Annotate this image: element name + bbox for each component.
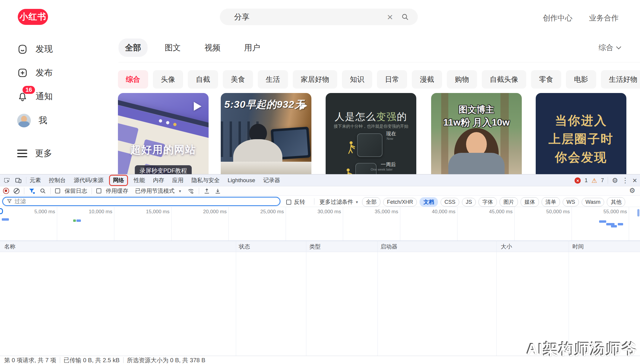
warning-icon[interactable]: ⚠ <box>591 177 597 184</box>
network-overview-timeline[interactable]: 5,000 ms 10,000 ms 15,000 ms 20,000 ms 2… <box>0 207 640 241</box>
column-header-time[interactable]: 时间 <box>572 241 584 252</box>
search-input[interactable] <box>220 12 387 22</box>
category-pill[interactable]: 漫截 <box>412 70 442 89</box>
category-pill[interactable]: 美食 <box>223 70 253 89</box>
invert-label: 反转 <box>294 198 305 206</box>
timeline-scrollbar-thumb[interactable] <box>637 209 639 217</box>
devtools-tab-sources[interactable]: 源代码/来源 <box>74 177 103 184</box>
invert-checkbox[interactable] <box>286 200 291 205</box>
sidebar-item-notifications[interactable]: 通知 <box>17 91 53 102</box>
import-har-icon[interactable] <box>204 188 210 194</box>
error-icon[interactable]: × <box>575 177 581 184</box>
export-har-icon[interactable] <box>215 188 221 194</box>
search-bar[interactable]: × <box>220 9 418 25</box>
note-card-upper-circle[interactable]: 当你进入 上层圈子时 你会发现 <box>536 93 626 174</box>
throttling-dropdown[interactable]: 已停用节流模式 <box>135 187 175 195</box>
device-toolbar-icon[interactable] <box>14 177 23 184</box>
sort-dropdown[interactable]: 综合 <box>599 43 620 52</box>
business-link[interactable]: 业务合作 <box>589 13 619 23</box>
sidebar-item-publish[interactable]: 发布 <box>17 67 53 79</box>
type-pill-all[interactable]: 全部 <box>362 197 380 207</box>
type-pill-other[interactable]: 其他 <box>607 197 625 207</box>
column-header-size[interactable]: 大小 <box>501 241 512 252</box>
category-pill[interactable]: 自截 <box>188 70 218 89</box>
type-pill-xhr[interactable]: Fetch/XHR <box>383 198 417 206</box>
settings-gear-icon[interactable]: ⚙ <box>612 177 618 184</box>
note-card-blogger[interactable]: 图文博主 11w粉 月入10w <box>431 93 522 174</box>
type-pill-css[interactable]: CSS <box>441 198 459 206</box>
type-pill-wasm[interactable]: Wasm <box>582 198 604 206</box>
record-network-icon[interactable] <box>3 188 9 194</box>
type-pill-manifest[interactable]: 清单 <box>542 197 560 207</box>
note-card-getting-stronger[interactable]: 人是怎么变强的 接下来的十分钟，也许就是你变强的开始 现在 Now 一周后 On… <box>326 93 416 174</box>
status-transferred: 已传输 0 B, 共 2.5 kB <box>64 356 120 364</box>
devtools-tab-memory[interactable]: 内存 <box>153 177 164 184</box>
clear-search-icon[interactable]: × <box>387 12 393 22</box>
column-header-status[interactable]: 状态 <box>239 241 250 252</box>
waterfall-request-mark <box>599 220 606 223</box>
sidebar-item-discover[interactable]: 发现 <box>17 43 53 55</box>
sidebar-item-me[interactable]: 我 <box>17 114 47 127</box>
category-pill[interactable]: 日常 <box>377 70 407 89</box>
tab-all[interactable]: 全部 <box>119 39 148 57</box>
devtools-tab-application[interactable]: 应用 <box>172 177 183 184</box>
diagram-box-now <box>357 133 383 157</box>
sidebar-item-more[interactable]: 更多 <box>17 147 52 159</box>
divider <box>608 177 608 184</box>
tab-video[interactable]: 视频 <box>198 39 227 57</box>
category-pill[interactable]: 综合 <box>118 70 148 89</box>
devtools-tab-recorder[interactable]: 记录器 <box>263 177 280 184</box>
network-conditions-icon[interactable] <box>187 188 194 194</box>
type-pill-ws[interactable]: WS <box>563 198 579 206</box>
network-filter-input[interactable] <box>12 198 280 205</box>
category-pill[interactable]: 家居好物 <box>293 70 337 89</box>
close-devtools-icon[interactable]: × <box>633 177 637 184</box>
filter-funnel-icon[interactable] <box>29 188 35 194</box>
devtools-tabbar-right: × 1 ⚠ 7 ⚙ ⋮ × <box>575 174 637 186</box>
devtools-tab-network[interactable]: 网络 <box>109 175 128 186</box>
type-pill-media[interactable]: 媒体 <box>521 197 539 207</box>
divider <box>24 188 24 194</box>
category-pill[interactable]: 电影 <box>566 70 596 89</box>
network-filter-box[interactable] <box>2 197 280 206</box>
category-pill[interactable]: 生活好物 <box>601 70 640 89</box>
type-pill-js[interactable]: JS <box>462 198 476 206</box>
column-header-initiator[interactable]: 启动器 <box>380 241 397 252</box>
tab-users[interactable]: 用户 <box>238 39 267 57</box>
category-pill[interactable]: 头像 <box>153 70 183 89</box>
category-pill[interactable]: 购物 <box>447 70 477 89</box>
creator-center-link[interactable]: 创作中心 <box>543 13 572 23</box>
category-pill[interactable]: 自截头像 <box>482 70 526 89</box>
type-pill-doc[interactable]: 文档 <box>420 197 438 207</box>
devtools-tab-performance[interactable]: 性能 <box>134 177 145 184</box>
preserve-log-checkbox[interactable] <box>55 188 60 193</box>
category-pill[interactable]: 零食 <box>531 70 561 89</box>
network-settings-gear-icon[interactable]: ⚙ <box>629 187 635 194</box>
xiaohongshu-logo[interactable]: 小红书 <box>18 9 48 25</box>
devtools-tab-elements[interactable]: 元素 <box>30 177 41 184</box>
title-part: 人是怎么 <box>335 111 376 122</box>
note-card-early-riser[interactable]: 5:30早起的932天 <box>221 93 311 174</box>
top-links: 创作中心 业务合作 <box>543 13 619 23</box>
type-pill-font[interactable]: 字体 <box>479 197 497 207</box>
more-filters-dropdown[interactable]: 更多过滤条件 ▾ <box>319 198 358 206</box>
search-icon[interactable] <box>401 13 409 21</box>
devtools-tab-console[interactable]: 控制台 <box>49 177 66 184</box>
inspect-element-icon[interactable] <box>3 177 11 184</box>
clear-network-icon[interactable] <box>14 188 20 194</box>
column-header-type[interactable]: 类型 <box>309 241 321 252</box>
search-network-icon[interactable] <box>40 188 46 194</box>
sidebar-label-notifications: 通知 <box>36 91 53 102</box>
category-pill[interactable]: 生活 <box>258 70 288 89</box>
category-pill[interactable]: 知识 <box>342 70 372 89</box>
disable-cache-checkbox[interactable] <box>96 188 101 193</box>
tick-label: 20,000 ms <box>172 207 229 240</box>
devtools-tab-lighthouse[interactable]: Lighthouse <box>228 177 255 184</box>
devtools-tab-privacy[interactable]: 隐私与安全 <box>191 177 220 184</box>
tab-image-text[interactable]: 图文 <box>158 39 187 57</box>
more-menu-icon[interactable]: ⋮ <box>622 177 629 184</box>
type-pill-img[interactable]: 图片 <box>500 197 518 207</box>
column-header-name[interactable]: 名称 <box>4 241 15 252</box>
column-divider <box>496 241 497 356</box>
note-card-website-tools[interactable]: 超好用的网站 录屏秒变PDF教程 <box>118 93 209 174</box>
